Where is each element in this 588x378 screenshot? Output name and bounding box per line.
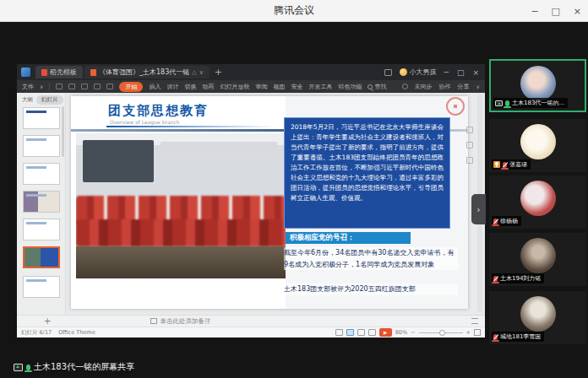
- file-menu[interactable]: 文件: [22, 83, 34, 91]
- current-view-icon[interactable]: [346, 329, 354, 336]
- new-icon[interactable]: [56, 84, 63, 89]
- window-title: 腾讯会议: [274, 3, 314, 18]
- collaborate-button[interactable]: 协作: [439, 83, 451, 91]
- ribbon-collapse-icon[interactable]: ∨: [476, 84, 480, 89]
- menu-security[interactable]: 安全: [291, 83, 302, 91]
- avatar: [520, 124, 556, 159]
- normal-view-icon[interactable]: [335, 329, 343, 336]
- participant-name: 城地181李雪国: [500, 332, 541, 341]
- sorter-view-icon[interactable]: [357, 329, 365, 336]
- wps-statusbar: 幻灯片 6/17 Office Theme ▶ 80% − +: [17, 327, 485, 338]
- zoom-out-button[interactable]: −: [411, 329, 415, 336]
- slide-thumbnail[interactable]: [23, 163, 60, 185]
- document-tab[interactable]: 《体育强国》_土木183代一铭 △ ∨: [84, 66, 210, 78]
- wps-tabbar: 稻壳模板 《体育强国》_土木183代一铭 △ ∨ + 小大男孩 ─: [17, 64, 485, 80]
- screen-share-icon: [495, 100, 503, 106]
- close-button[interactable]: ×: [574, 6, 581, 17]
- tab-caret-icon[interactable]: ∨: [199, 69, 204, 76]
- shared-screen-wps-window: 稻壳模板 《体育强国》_土木183代一铭 △ ∨ + 小大男孩 ─: [17, 64, 485, 338]
- maximize-button[interactable]: □: [551, 6, 559, 17]
- new-tab-button[interactable]: +: [215, 67, 222, 78]
- zoom-slider-knob[interactable]: [439, 330, 445, 336]
- slide-counter: 幻灯片 6/17: [21, 329, 52, 337]
- zoom-in-button[interactable]: +: [466, 329, 471, 336]
- wps-close-button[interactable]: ×: [472, 68, 479, 77]
- menu-view[interactable]: 视图: [273, 83, 285, 91]
- save-icon[interactable]: [81, 84, 88, 89]
- docer-template-tab[interactable]: 稻壳模板: [35, 66, 83, 78]
- menu-review[interactable]: 审阅: [255, 83, 267, 91]
- callout-body: 截至今年6月份，34名团员中有30名递交入党申请书，有9名成为入党积极分子，1名…: [284, 247, 458, 270]
- students-row: [76, 219, 286, 246]
- university-seal: [446, 97, 465, 116]
- file-caret-icon[interactable]: ∨: [40, 84, 43, 89]
- notes-icon: [150, 318, 157, 324]
- menu-insert[interactable]: 插入: [149, 83, 161, 91]
- slide-thumbnail-selected[interactable]: [23, 246, 60, 268]
- mic-on-icon: [505, 100, 509, 106]
- slideshow-play-button[interactable]: ▶: [379, 328, 392, 337]
- redo-icon[interactable]: [106, 84, 113, 89]
- wps-maximize-button[interactable]: □: [457, 68, 465, 77]
- account-chip[interactable]: 小大男孩: [400, 68, 437, 77]
- slide-thumbnail-panel: 大纲 幻灯片: [17, 93, 66, 315]
- participant-tile-self[interactable]: 土木183代一铭的…: [489, 59, 586, 112]
- classroom-floor: [76, 246, 286, 278]
- menu-devtools[interactable]: 开发工具: [308, 83, 332, 91]
- participant-tile[interactable]: 徐杨杨: [489, 176, 586, 229]
- wps-minimize-button[interactable]: ─: [444, 68, 449, 77]
- layout-icon[interactable]: [384, 69, 392, 76]
- slide-subtitle: Overview of League branch: [110, 119, 180, 125]
- slides-tab[interactable]: 幻灯片: [36, 95, 63, 105]
- host-badge-icon: [493, 161, 500, 168]
- participant-tile[interactable]: 城地181李雪国: [489, 291, 586, 344]
- participant-tile[interactable]: 张嘉珺: [489, 119, 586, 172]
- audio-on-icon: [26, 364, 30, 370]
- slide-canvas: 团支部思想教育 Overview of League branch 2018年5…: [71, 96, 468, 309]
- find-control[interactable]: 查找: [368, 83, 386, 91]
- participant-tile[interactable]: 土木194刘力铭: [489, 233, 586, 286]
- sync-status-label[interactable]: 未同步: [415, 83, 433, 91]
- menu-animation[interactable]: 动画: [202, 83, 214, 91]
- slide-thumbnail[interactable]: [23, 191, 60, 213]
- cloud-sync-icon: △: [192, 69, 196, 76]
- comments-icon[interactable]: [466, 142, 473, 148]
- reading-view-icon[interactable]: [368, 329, 376, 336]
- sync-status-icon: [402, 84, 408, 89]
- menu-design[interactable]: 设计: [166, 83, 178, 91]
- screen-share-icon: [14, 364, 23, 371]
- slide-thumbnail[interactable]: [23, 276, 60, 298]
- menu-transition[interactable]: 切换: [184, 83, 196, 91]
- properties-icon[interactable]: [466, 127, 473, 133]
- menu-home[interactable]: 开始: [119, 82, 143, 92]
- fit-to-window-icon[interactable]: [474, 329, 481, 336]
- share-banner-text: 土木183代一铭的屏幕共享: [34, 361, 134, 373]
- menu-slideshow[interactable]: 幻灯片放映: [220, 83, 249, 91]
- zoom-slider[interactable]: [419, 332, 463, 333]
- minimize-button[interactable]: ─: [532, 6, 538, 17]
- mic-muted-icon: [503, 162, 507, 168]
- notes-toggle-icon[interactable]: [471, 318, 478, 324]
- notes-placeholder-group[interactable]: 单击此处添加备注: [150, 317, 210, 326]
- search-icon: [368, 84, 373, 89]
- share-button[interactable]: 分享: [458, 83, 470, 91]
- window-titlebar: 腾讯会议 ─ □ ×: [0, 0, 588, 22]
- wps-home-icon[interactable]: [21, 68, 30, 77]
- add-slide-button[interactable]: +: [44, 316, 51, 326]
- outline-tab[interactable]: 大纲: [22, 96, 33, 104]
- undo-icon[interactable]: [94, 84, 101, 89]
- menu-features[interactable]: 特色功能: [338, 83, 362, 91]
- class-photo: [76, 133, 286, 278]
- thumbnail-scrollbar[interactable]: [62, 106, 64, 157]
- avatar: [520, 296, 556, 332]
- slide-thumbnail[interactable]: [23, 135, 60, 157]
- mic-muted-icon: [493, 219, 498, 224]
- sidebar-collapse-handle[interactable]: ›: [471, 194, 486, 224]
- slide-thumbnail[interactable]: [23, 219, 60, 240]
- theme-name: Office Theme: [58, 329, 95, 336]
- print-icon[interactable]: [68, 84, 75, 89]
- animation-pane-icon[interactable]: [466, 157, 473, 164]
- avatar: [520, 181, 556, 216]
- wps-doc-icon: [90, 69, 96, 76]
- slide-thumbnail[interactable]: [23, 107, 60, 129]
